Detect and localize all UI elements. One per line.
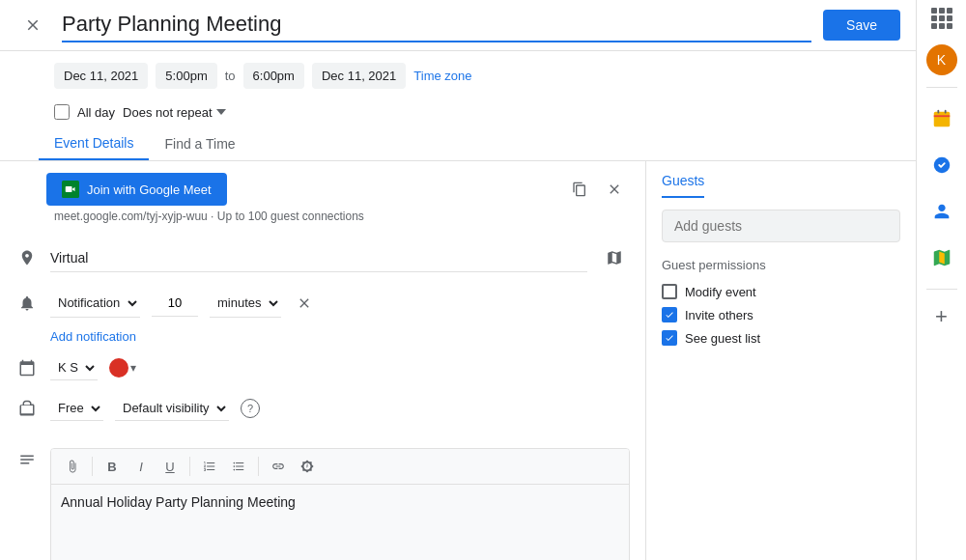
description-icon xyxy=(15,448,39,471)
italic-button[interactable]: I xyxy=(128,453,155,480)
event-title-input[interactable] xyxy=(62,8,811,42)
ordered-list-button[interactable] xyxy=(196,453,223,480)
user-avatar-button[interactable]: K xyxy=(926,44,957,75)
invite-others-checkbox[interactable] xyxy=(662,307,677,322)
visibility-select[interactable]: Default visibility xyxy=(115,396,229,421)
calendar-icon xyxy=(15,356,39,379)
svg-rect-5 xyxy=(944,110,946,114)
location-icon xyxy=(15,246,39,269)
add-notification-button[interactable]: Add notification xyxy=(50,325,136,348)
sidebar-divider xyxy=(926,87,957,88)
permission-row-modify: Modify event xyxy=(662,280,900,303)
add-guests-input[interactable] xyxy=(662,210,900,242)
toolbar-separator-2 xyxy=(189,457,190,476)
see-guest-list-checkbox[interactable] xyxy=(662,330,677,346)
modify-event-checkbox[interactable] xyxy=(662,284,677,299)
help-icon[interactable]: ? xyxy=(241,399,260,418)
allday-label: All day xyxy=(77,105,115,120)
remove-notification-button[interactable] xyxy=(293,292,316,315)
svg-rect-2 xyxy=(933,112,950,127)
notification-unit-select[interactable]: minutes xyxy=(210,289,281,318)
permission-row-invite: Invite others xyxy=(662,303,900,326)
sidebar-divider-2 xyxy=(926,289,957,290)
map-view-button[interactable] xyxy=(599,242,630,273)
toolbar-separator-3 xyxy=(258,457,259,476)
tab-find-a-time[interactable]: Find a Time xyxy=(149,127,250,160)
google-apps-grid-icon[interactable] xyxy=(931,8,952,29)
end-time-button[interactable]: 6:00pm xyxy=(243,63,304,89)
svg-rect-1 xyxy=(66,186,72,192)
start-date-button[interactable]: Dec 11, 2021 xyxy=(54,63,148,89)
end-date-button[interactable]: Dec 11, 2021 xyxy=(312,63,406,89)
modify-event-label: Modify event xyxy=(685,285,756,299)
save-button[interactable]: Save xyxy=(823,10,900,41)
people-app-icon[interactable] xyxy=(923,192,961,231)
guest-permissions-title: Guest permissions xyxy=(662,258,900,272)
location-input[interactable] xyxy=(50,244,587,272)
invite-others-label: Invite others xyxy=(685,308,753,322)
description-input[interactable]: Annual Holiday Party Planning Meeting xyxy=(51,485,629,560)
start-time-button[interactable]: 5:00pm xyxy=(156,63,216,89)
calendar-color-dropdown[interactable]: ▾ xyxy=(130,361,136,375)
svg-rect-3 xyxy=(933,115,950,117)
join-meet-button[interactable]: Join with Google Meet xyxy=(46,173,227,206)
repeat-select[interactable]: Does not repeat xyxy=(123,105,228,120)
notification-type-select[interactable]: Notification xyxy=(50,289,140,318)
close-button[interactable] xyxy=(15,8,50,42)
remove-meet-button[interactable] xyxy=(599,174,630,205)
calendar-owner-select[interactable]: K S xyxy=(50,355,98,380)
tasks-app-icon[interactable] xyxy=(923,146,961,184)
tab-event-details[interactable]: Event Details xyxy=(39,127,149,160)
maps-app-icon[interactable] xyxy=(923,238,961,277)
status-select[interactable]: Free xyxy=(50,396,103,421)
copy-meet-link-button[interactable] xyxy=(564,174,595,205)
underline-button[interactable]: U xyxy=(156,453,184,480)
allday-checkbox[interactable] xyxy=(54,104,70,120)
toolbar-separator-1 xyxy=(92,457,93,476)
notification-icon xyxy=(15,292,39,315)
link-button[interactable] xyxy=(265,453,292,480)
svg-rect-4 xyxy=(937,110,939,114)
guests-tab-label: Guests xyxy=(662,173,704,198)
briefcase-icon xyxy=(15,397,39,420)
timezone-button[interactable]: Time zone xyxy=(413,69,471,83)
permission-row-see-guest: See guest list xyxy=(662,326,900,350)
calendar-color-circle[interactable] xyxy=(109,358,128,378)
unordered-list-button[interactable] xyxy=(225,453,252,480)
see-guest-list-label: See guest list xyxy=(685,331,760,346)
bold-button[interactable]: B xyxy=(99,453,126,480)
calendar-app-icon[interactable] xyxy=(923,99,961,138)
add-app-button[interactable]: + xyxy=(926,301,957,332)
to-label: to xyxy=(225,69,236,83)
clear-format-button[interactable] xyxy=(294,453,321,480)
meet-link: meet.google.com/tyj-xyjp-wuu · Up to 100… xyxy=(54,210,630,223)
attach-button[interactable] xyxy=(59,453,86,480)
notification-value-input[interactable] xyxy=(152,290,198,317)
google-meet-icon xyxy=(62,181,79,198)
